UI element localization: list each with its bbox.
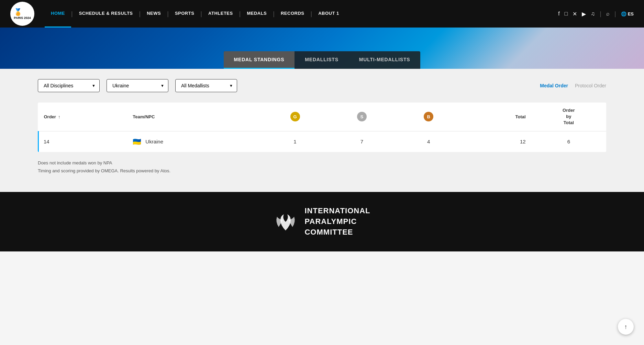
nav-medals[interactable]: MEDALS [241, 0, 273, 28]
nav-right: f □ ✕ ▶ ♫ | ⌕ | 🌐 ES [558, 10, 634, 18]
cell-team: 🇺🇦 Ukraine [127, 131, 262, 152]
medallists-filter[interactable]: All Medallists [175, 79, 237, 92]
site-footer: INTERNATIONAL PARALYMPIC COMMITTEE [0, 192, 644, 251]
cell-gold: 1 [262, 131, 328, 152]
nav-sports[interactable]: SPORTS [169, 0, 200, 28]
nav-sep-lang: | [614, 10, 616, 18]
tab-group: MEDAL STANDINGS MEDALLISTS MULTI-MEDALLI… [224, 51, 421, 69]
instagram-icon[interactable]: □ [565, 11, 568, 17]
table-row: 14 🇺🇦 Ukraine 1 7 4 12 6 [38, 131, 607, 152]
order-by-total-line3: Total [564, 120, 574, 125]
facebook-icon[interactable]: f [558, 11, 559, 17]
main-content: All Disciplines Ukraine All Medallists M… [0, 69, 644, 192]
cell-silver: 7 [329, 131, 395, 152]
ipc-line2: PARALYMPIC [304, 216, 370, 227]
nav-sep-social: | [600, 10, 601, 18]
nav-news[interactable]: NEWS [141, 0, 167, 28]
medals-table: Order ↑ Team/NPC G S B Total [38, 103, 606, 152]
cell-bronze: 4 [395, 131, 462, 152]
footnotes: Does not include medals won by NPA Timin… [38, 152, 606, 182]
footnote-1: Does not include medals won by NPA [38, 159, 606, 167]
medal-order-button[interactable]: Medal Order [540, 83, 568, 88]
nav-schedule[interactable]: SCHEDULE & RESULTS [73, 0, 139, 28]
tab-multi-medallists[interactable]: MULTI-MEDALLISTS [349, 51, 421, 69]
nav-athletes[interactable]: ATHLETES [202, 0, 239, 28]
medallists-filter-wrapper: All Medallists [175, 79, 237, 92]
th-order-by-total: Order by Total [531, 103, 606, 131]
x-icon[interactable]: ✕ [573, 11, 577, 17]
globe-icon: 🌐 [621, 11, 626, 17]
team-name: Ukraine [145, 139, 163, 144]
cell-total: 12 [462, 131, 531, 152]
silver-medal-icon: S [357, 112, 367, 121]
filters-row: All Disciplines Ukraine All Medallists M… [38, 79, 606, 92]
bronze-medal-icon: B [424, 112, 433, 121]
disciplines-filter-wrapper: All Disciplines [38, 79, 100, 92]
footer-logo: INTERNATIONAL PARALYMPIC COMMITTEE [274, 206, 370, 237]
tab-medal-standings[interactable]: MEDAL STANDINGS [224, 51, 295, 69]
country-filter-wrapper: Ukraine [107, 79, 168, 92]
nav-records[interactable]: RECORDS [275, 0, 311, 28]
nav-about[interactable]: ABOUT 1 [312, 0, 345, 28]
logo[interactable]: 🏅 PARIS 2024 [10, 2, 34, 26]
th-order: Order ↑ [38, 103, 127, 131]
th-total: Total [462, 103, 531, 131]
th-order-label: Order [44, 114, 56, 119]
footnote-2: Timing and scoring provided by OMEGA. Re… [38, 167, 606, 175]
sort-arrow-icon[interactable]: ↑ [58, 114, 60, 119]
ipc-text: INTERNATIONAL PARALYMPIC COMMITTEE [304, 206, 370, 237]
disciplines-filter[interactable]: All Disciplines [38, 79, 100, 92]
order-buttons: Medal Order Protocol Order [540, 83, 606, 88]
ipc-emblem-icon [274, 210, 298, 234]
cell-order: 14 [38, 131, 127, 152]
protocol-order-button[interactable]: Protocol Order [575, 83, 606, 88]
tab-medallists[interactable]: MEDALLISTS [295, 51, 348, 69]
site-header: 🏅 PARIS 2024 HOME | SCHEDULE & RESULTS |… [0, 0, 644, 28]
table-body: 14 🇺🇦 Ukraine 1 7 4 12 6 [38, 131, 607, 152]
th-bronze: B [395, 103, 462, 131]
table-header: Order ↑ Team/NPC G S B Total [38, 103, 607, 131]
ukraine-flag-icon: 🇺🇦 [133, 138, 141, 146]
logo-text: PARIS 2024 [14, 16, 31, 20]
country-filter[interactable]: Ukraine [107, 79, 168, 92]
lang-label: ES [628, 11, 634, 17]
hero-banner: MEDAL STANDINGS MEDALLISTS MULTI-MEDALLI… [0, 28, 644, 69]
ipc-line1: INTERNATIONAL [304, 206, 370, 216]
main-nav: HOME | SCHEDULE & RESULTS | NEWS | SPORT… [45, 0, 558, 28]
th-gold: G [262, 103, 328, 131]
order-by-total-line2: by [566, 114, 571, 119]
medals-table-container: Order ↑ Team/NPC G S B Total [38, 103, 606, 152]
team-cell: 🇺🇦 Ukraine [133, 138, 256, 146]
th-silver: S [329, 103, 395, 131]
cell-order-by-total: 6 [531, 131, 606, 152]
tiktok-icon[interactable]: ♫ [591, 11, 595, 17]
ipc-line3: COMMITTEE [304, 227, 370, 238]
language-button[interactable]: 🌐 ES [621, 11, 634, 17]
youtube-icon[interactable]: ▶ [582, 11, 586, 17]
order-by-total-line1: Order [563, 108, 575, 113]
search-icon[interactable]: ⌕ [606, 11, 610, 17]
nav-home[interactable]: HOME [45, 0, 71, 28]
gold-medal-icon: G [290, 112, 300, 121]
th-team: Team/NPC [127, 103, 262, 131]
